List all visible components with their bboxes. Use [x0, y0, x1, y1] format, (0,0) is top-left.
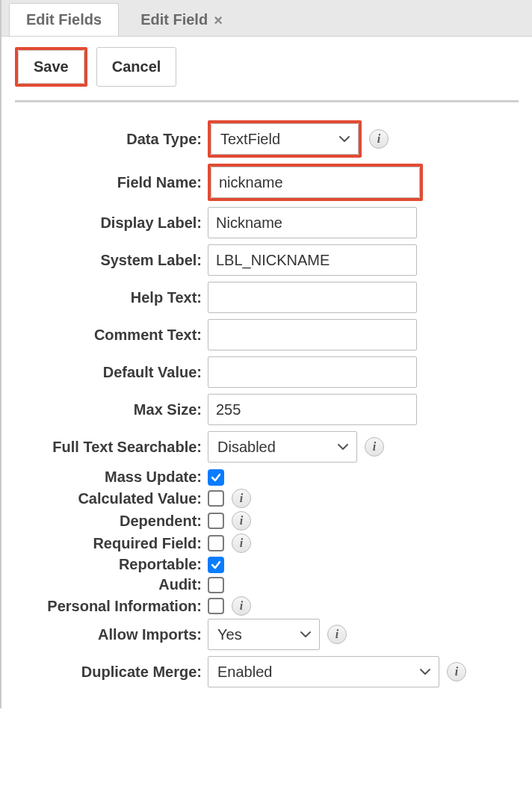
mass-update-label: Mass Update:: [15, 469, 208, 486]
allow-imports-value: Yes: [217, 626, 242, 643]
tab-strip: Edit Fields Edit Field ×: [1, 0, 532, 37]
cancel-button[interactable]: Cancel: [96, 47, 177, 87]
tab-edit-fields-label: Edit Fields: [26, 11, 102, 28]
reportable-checkbox[interactable]: [208, 557, 224, 573]
info-icon[interactable]: i: [365, 437, 384, 457]
tab-edit-fields[interactable]: Edit Fields: [9, 3, 119, 36]
display-label-input[interactable]: [208, 207, 417, 238]
max-size-input[interactable]: [208, 394, 417, 425]
help-text-label: Help Text:: [15, 289, 208, 306]
info-icon[interactable]: i: [232, 534, 251, 553]
reportable-label: Reportable:: [15, 556, 208, 573]
duplicate-merge-value: Enabled: [217, 664, 272, 681]
audit-label: Audit:: [15, 576, 208, 593]
toolbar: Save Cancel: [1, 37, 532, 100]
field-form: Data Type: TextField i Field Name:: [1, 116, 532, 708]
info-icon[interactable]: i: [232, 596, 251, 616]
system-label-input[interactable]: [208, 244, 417, 276]
field-name-input[interactable]: [211, 167, 420, 198]
allow-imports-label: Allow Imports:: [15, 626, 208, 643]
data-type-highlight: TextField: [208, 120, 362, 158]
info-icon[interactable]: i: [369, 129, 389, 149]
comment-text-input[interactable]: [208, 319, 417, 350]
full-text-select[interactable]: Disabled: [208, 431, 357, 463]
required-field-label: Required Field:: [15, 535, 208, 552]
help-text-input[interactable]: [208, 282, 417, 313]
required-field-checkbox[interactable]: [208, 535, 224, 551]
dependent-label: Dependent:: [15, 513, 208, 530]
tab-edit-field-label: Edit Field: [140, 11, 208, 28]
display-label-label: Display Label:: [15, 214, 208, 232]
personal-info-checkbox[interactable]: [208, 598, 224, 614]
full-text-value: Disabled: [217, 439, 276, 456]
data-type-label: Data Type:: [15, 131, 208, 148]
tab-edit-field[interactable]: Edit Field ×: [123, 3, 240, 36]
info-icon[interactable]: i: [232, 489, 251, 508]
data-type-select[interactable]: TextField: [211, 123, 359, 155]
data-type-value: TextField: [220, 131, 280, 148]
field-name-label: Field Name:: [15, 174, 208, 191]
save-highlight: Save: [15, 47, 87, 87]
info-icon[interactable]: i: [447, 662, 466, 681]
full-text-label: Full Text Searchable:: [15, 439, 208, 456]
default-value-label: Default Value:: [15, 364, 208, 381]
comment-text-label: Comment Text:: [15, 327, 208, 344]
max-size-label: Max Size:: [15, 401, 208, 418]
allow-imports-select[interactable]: Yes: [208, 619, 320, 650]
default-value-input[interactable]: [208, 356, 417, 388]
calculated-value-checkbox[interactable]: [208, 490, 224, 507]
duplicate-merge-label: Duplicate Merge:: [15, 664, 208, 681]
info-icon[interactable]: i: [327, 625, 347, 644]
personal-info-label: Personal Information:: [15, 598, 208, 615]
calculated-value-label: Calculated Value:: [15, 490, 208, 507]
duplicate-merge-select[interactable]: Enabled: [208, 656, 439, 687]
system-label-label: System Label:: [15, 252, 208, 269]
audit-checkbox[interactable]: [208, 577, 224, 593]
close-icon[interactable]: ×: [214, 13, 223, 28]
divider: [15, 100, 519, 102]
save-button[interactable]: Save: [18, 50, 84, 84]
dependent-checkbox[interactable]: [208, 513, 224, 529]
info-icon[interactable]: i: [232, 511, 251, 531]
mass-update-checkbox[interactable]: [208, 469, 224, 486]
field-name-highlight: [208, 164, 423, 201]
